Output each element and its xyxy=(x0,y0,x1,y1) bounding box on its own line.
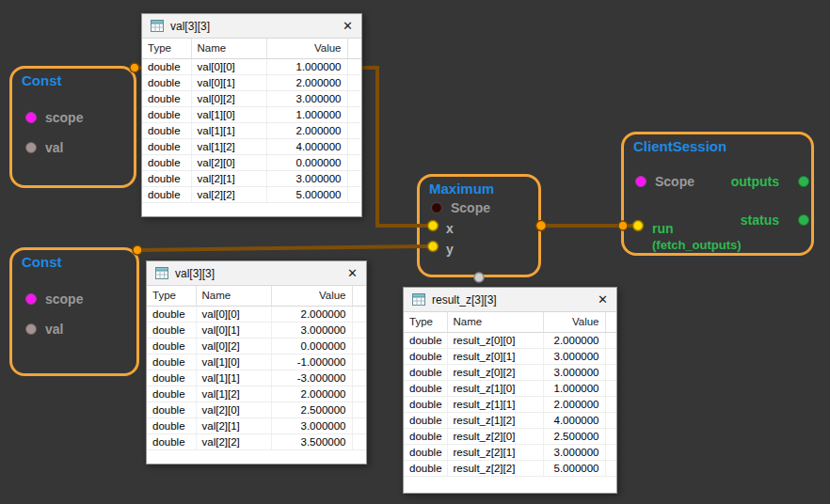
table-row[interactable]: doubleval[1][2]2.000000 xyxy=(147,386,366,402)
table-row[interactable]: doubleval[2][0]0.000000 xyxy=(142,154,361,170)
table-row[interactable]: doubleresult_z[2][1]3.000000 xyxy=(404,444,616,460)
cell-value: 3.000000 xyxy=(266,90,347,106)
cell-name: val[1][0] xyxy=(191,106,266,122)
node-const-2[interactable]: Const scope val xyxy=(9,247,139,376)
cell-type: double xyxy=(142,186,191,202)
cell-type: double xyxy=(142,90,191,106)
table-row[interactable]: doubleresult_z[2][2]5.000000 xyxy=(404,460,616,476)
cell-value: 1.000000 xyxy=(266,58,347,74)
port-label-scope: scope xyxy=(45,291,83,307)
wire-const2-to-maximum-y[interactable] xyxy=(137,246,433,250)
cell-type: double xyxy=(404,396,447,412)
col-header-value[interactable]: Value xyxy=(271,286,352,306)
table-row[interactable]: doubleval[1][0]1.000000 xyxy=(142,106,361,122)
status-port-dot[interactable] xyxy=(798,214,809,226)
table-row[interactable]: doubleresult_z[0][2]3.000000 xyxy=(404,364,616,380)
port-label-run: run xyxy=(652,221,674,236)
col-header-name[interactable]: Name xyxy=(196,286,271,306)
scope-port-dot[interactable] xyxy=(431,202,442,213)
table-header-row[interactable]: Type Name Value xyxy=(147,286,366,306)
table-header-row[interactable]: Type Name Value xyxy=(404,312,616,332)
table-row[interactable]: doubleresult_z[1][2]4.000000 xyxy=(404,412,616,428)
table-row[interactable]: doubleval[0][0]2.000000 xyxy=(147,306,366,322)
cell-type: double xyxy=(142,170,191,186)
table-row[interactable]: doubleval[0][1]2.000000 xyxy=(142,74,361,90)
close-icon[interactable]: ✕ xyxy=(347,267,358,279)
node-maximum[interactable]: Maximum Scope x y xyxy=(417,174,541,277)
port-val[interactable]: val xyxy=(25,140,63,155)
cell-name: result_z[0][1] xyxy=(447,348,543,364)
port-scope[interactable]: scope xyxy=(25,110,83,125)
node-client-session[interactable]: ClientSession Scope outputs status run (… xyxy=(621,132,814,256)
cell-value: 4.000000 xyxy=(266,138,347,154)
window-titlebar[interactable]: val[3][3] ✕ xyxy=(147,261,366,286)
value-table: Type Name Value doubleval[0][0]1.000000d… xyxy=(142,39,361,203)
table-row[interactable]: doubleval[2][1]3.000000 xyxy=(142,170,361,186)
window-title: result_z[3][3] xyxy=(432,293,497,307)
col-header-name[interactable]: Name xyxy=(191,39,266,58)
table-header-row[interactable]: Type Name Value xyxy=(142,39,361,58)
cell-value: 1.000000 xyxy=(543,380,605,396)
col-header-value[interactable]: Value xyxy=(266,39,347,58)
table-row[interactable]: doubleval[0][2]0.000000 xyxy=(147,338,366,354)
node-const-1[interactable]: Const scope val xyxy=(9,66,136,188)
scope-port-dot[interactable] xyxy=(25,293,37,305)
col-header-type[interactable]: Type xyxy=(404,312,447,332)
port-y[interactable]: y xyxy=(446,242,454,257)
scope-port-dot[interactable] xyxy=(25,112,37,123)
cell-spare xyxy=(605,396,616,412)
scope-port-dot[interactable] xyxy=(635,176,646,187)
close-icon[interactable]: ✕ xyxy=(343,20,353,32)
cell-type: double xyxy=(147,306,196,322)
cell-value: 1.000000 xyxy=(266,106,347,122)
cell-name: val[0][2] xyxy=(191,90,266,106)
close-icon[interactable]: ✕ xyxy=(598,293,608,306)
window-titlebar[interactable]: val[3][3] ✕ xyxy=(142,14,361,39)
cell-spare xyxy=(352,354,366,370)
cell-spare xyxy=(605,332,616,348)
col-header-type[interactable]: Type xyxy=(142,39,191,58)
port-label-scope: scope xyxy=(45,110,83,125)
table-row[interactable]: doubleresult_z[0][0]2.000000 xyxy=(404,332,616,348)
port-x[interactable]: x xyxy=(446,221,454,236)
table-row[interactable]: doubleresult_z[0][1]3.000000 xyxy=(404,348,616,364)
port-val[interactable]: val xyxy=(25,322,63,337)
col-header-type[interactable]: Type xyxy=(147,286,196,306)
cell-spare xyxy=(347,154,361,170)
cell-type: double xyxy=(404,428,447,444)
cell-value: 3.000000 xyxy=(543,444,605,460)
port-scope[interactable]: scope xyxy=(25,291,83,307)
table-row[interactable]: doubleval[2][2]5.000000 xyxy=(142,186,361,202)
cell-value: 2.000000 xyxy=(271,386,352,402)
cell-name: val[1][0] xyxy=(196,354,271,370)
col-header-name[interactable]: Name xyxy=(447,312,543,332)
cell-spare xyxy=(605,364,616,380)
table-row[interactable]: doubleval[1][1]2.000000 xyxy=(142,122,361,138)
cell-value: 5.000000 xyxy=(543,460,605,476)
table-row[interactable]: doubleval[2][2]3.500000 xyxy=(147,433,366,449)
cell-spare xyxy=(605,428,616,444)
table-row[interactable]: doubleval[2][1]3.000000 xyxy=(147,417,366,433)
table-row[interactable]: doubleval[1][0]-1.000000 xyxy=(147,354,366,370)
table-row[interactable]: doubleresult_z[2][0]2.500000 xyxy=(404,428,616,444)
table-row[interactable]: doubleresult_z[1][1]2.000000 xyxy=(404,396,616,412)
col-header-value[interactable]: Value xyxy=(543,312,605,332)
cell-spare xyxy=(352,386,366,402)
outputs-port-dot[interactable] xyxy=(798,176,809,187)
table-row[interactable]: doubleval[0][2]3.000000 xyxy=(142,90,361,106)
table-row[interactable]: doubleval[1][1]-3.000000 xyxy=(147,370,366,386)
table-row[interactable]: doubleresult_z[1][0]1.000000 xyxy=(404,380,616,396)
port-label-val: val xyxy=(45,140,63,155)
cell-spare xyxy=(347,58,361,74)
port-scope[interactable]: Scope xyxy=(431,200,490,215)
cell-type: double xyxy=(147,386,196,402)
port-scope[interactable]: Scope xyxy=(635,174,694,189)
table-row[interactable]: doubleval[1][2]4.000000 xyxy=(142,138,361,154)
table-row[interactable]: doubleval[2][0]2.500000 xyxy=(147,402,366,417)
val-port-dot[interactable] xyxy=(25,142,37,153)
val-port-dot[interactable] xyxy=(25,323,37,335)
table-row[interactable]: doubleval[0][0]1.000000 xyxy=(142,58,361,74)
table-row[interactable]: doubleval[0][1]3.000000 xyxy=(147,322,366,338)
cell-type: double xyxy=(404,348,447,364)
window-titlebar[interactable]: result_z[3][3] ✕ xyxy=(404,288,616,312)
